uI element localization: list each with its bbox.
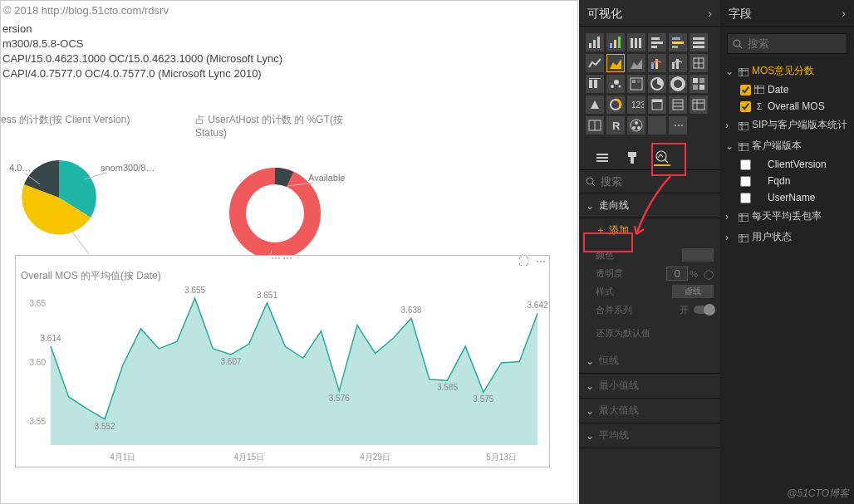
panel-header[interactable]: 字段 › bbox=[720, 0, 854, 27]
field-Overall MOS[interactable]: ΣOverall MOS bbox=[720, 98, 854, 115]
line-svg: 3.553.603.654月1日4月15日4月29日5月13日3.6143.55… bbox=[16, 284, 551, 467]
viz-type-9[interactable] bbox=[648, 54, 666, 72]
viz-type-2[interactable] bbox=[627, 33, 645, 51]
chevron-right-icon[interactable]: › bbox=[708, 0, 712, 27]
style-select[interactable]: 虚线 bbox=[672, 285, 714, 298]
field-label: Date bbox=[768, 84, 788, 95]
section-avg-line[interactable]: ⌄平均线 bbox=[579, 423, 720, 448]
section-constant-line[interactable]: ⌄恒线 bbox=[579, 349, 720, 374]
more-options-icon[interactable]: ⋯ bbox=[536, 256, 546, 267]
client-version-text: ersion m300/8.5.8-OCS CAPI/15.0.4623.100… bbox=[2, 22, 282, 81]
add-trend-line-button[interactable]: ＋添加 bbox=[579, 218, 645, 242]
field-checkbox[interactable] bbox=[740, 85, 751, 95]
viz-type-17[interactable] bbox=[690, 75, 708, 93]
field-label: UserName bbox=[768, 192, 815, 203]
table-name: 客户端版本 bbox=[752, 139, 802, 153]
viz-type-20[interactable]: 123 bbox=[627, 95, 645, 114]
field-checkbox[interactable] bbox=[740, 159, 751, 170]
field-UserName[interactable]: UserName bbox=[720, 189, 854, 206]
search-input[interactable] bbox=[601, 175, 684, 188]
svg-rect-75 bbox=[693, 100, 704, 110]
field-ClientVersion[interactable]: ClientVersion bbox=[720, 156, 854, 173]
svg-text:4月15日: 4月15日 bbox=[233, 453, 264, 462]
radio-icon[interactable]: ◯ bbox=[704, 269, 714, 279]
viz-type-8[interactable] bbox=[627, 54, 645, 72]
field-table-每天平均丢包率[interactable]: ›每天平均丢包率 bbox=[720, 206, 854, 227]
viz-type-24[interactable] bbox=[586, 116, 604, 135]
svg-text:3.607: 3.607 bbox=[221, 357, 242, 366]
viz-type-25[interactable]: R bbox=[606, 116, 625, 135]
donut-chart-status[interactable]: 占 UserAtHost 的计数 的 %GT(按 Status) Availab… bbox=[192, 113, 375, 276]
field-checkbox[interactable] bbox=[740, 176, 751, 187]
opt-color-label: 颜色 bbox=[596, 249, 614, 262]
viz-tabs bbox=[579, 141, 720, 169]
field-table-客户端版本[interactable]: ⌄客户端版本 bbox=[720, 135, 854, 156]
viz-type-4[interactable] bbox=[669, 33, 687, 51]
viz-type-16[interactable] bbox=[669, 75, 687, 93]
field-checkbox[interactable] bbox=[740, 101, 751, 112]
viz-type-0[interactable] bbox=[586, 33, 604, 51]
viz-type-10[interactable] bbox=[669, 54, 687, 72]
viz-type-21[interactable] bbox=[648, 95, 666, 114]
section-min-line[interactable]: ⌄最小值线 bbox=[579, 374, 720, 399]
search-icon bbox=[586, 177, 596, 187]
svg-rect-30 bbox=[597, 37, 600, 48]
viz-type-12[interactable] bbox=[586, 75, 604, 93]
opt-style-label: 样式 bbox=[596, 286, 614, 298]
section-max-line[interactable]: ⌄最大值线 bbox=[579, 399, 720, 423]
viz-type-13[interactable] bbox=[606, 75, 625, 93]
panel-header[interactable]: 可视化 › bbox=[579, 0, 720, 27]
viz-type-11[interactable] bbox=[690, 54, 708, 72]
svg-rect-61 bbox=[637, 80, 640, 83]
viz-type-7[interactable] bbox=[606, 54, 625, 72]
viz-type-19[interactable] bbox=[606, 95, 625, 114]
field-Date[interactable]: Date bbox=[720, 81, 854, 98]
viz-type-18[interactable] bbox=[586, 95, 604, 114]
reset-defaults-link[interactable]: 还原为默认值 bbox=[596, 327, 650, 340]
viz-type-5[interactable] bbox=[690, 33, 708, 51]
focus-mode-icon[interactable]: ⛶ bbox=[518, 256, 528, 267]
svg-rect-34 bbox=[631, 38, 633, 48]
svg-rect-86 bbox=[596, 154, 608, 155]
viz-search[interactable] bbox=[579, 169, 720, 193]
viz-type-1[interactable] bbox=[606, 33, 625, 51]
chevron-right-icon[interactable]: › bbox=[842, 0, 846, 27]
line-chart-panel[interactable]: ⋯⋯ ⛶ ⋯ Overall MOS 的平均值(按 Date) 3.553.60… bbox=[15, 255, 550, 467]
analytics-tab-icon[interactable] bbox=[654, 149, 670, 166]
drag-handle-icon[interactable]: ⋯⋯ bbox=[16, 252, 549, 264]
viz-type-28[interactable]: ⋯ bbox=[669, 116, 687, 135]
color-swatch[interactable] bbox=[682, 248, 714, 262]
viz-type-27[interactable] bbox=[648, 116, 666, 135]
field-Fqdn[interactable]: Fqdn bbox=[720, 173, 854, 189]
opacity-input[interactable] bbox=[666, 267, 688, 281]
field-table-SIP与客户端版本统计[interactable]: ›SIP与客户端版本统计 bbox=[720, 115, 854, 135]
field-type-icon bbox=[754, 86, 764, 94]
svg-rect-90 bbox=[631, 157, 634, 164]
fields-search[interactable] bbox=[727, 33, 847, 54]
field-table-用户状态[interactable]: ›用户状态 bbox=[720, 227, 854, 247]
svg-point-83 bbox=[632, 126, 636, 130]
field-table-MOS意见分数[interactable]: ⌄MOS意见分数 bbox=[720, 61, 854, 81]
svg-rect-43 bbox=[693, 37, 704, 40]
table-name: 用户状态 bbox=[752, 230, 792, 244]
viz-type-6[interactable] bbox=[586, 54, 604, 72]
pie-chart-client-version[interactable]: ess 的计数(按 Client Version) 4.0… snom300/8… bbox=[1, 113, 184, 264]
format-tab-icon[interactable] bbox=[624, 149, 640, 166]
viz-type-14[interactable] bbox=[627, 75, 645, 93]
table-name: SIP与客户端版本统计 bbox=[752, 118, 847, 132]
svg-rect-103 bbox=[739, 122, 748, 130]
svg-text:3.60: 3.60 bbox=[30, 358, 47, 367]
chart-action-bar: ⛶ ⋯ bbox=[518, 256, 546, 267]
fields-tab-icon[interactable] bbox=[594, 149, 611, 166]
field-checkbox[interactable] bbox=[740, 193, 751, 203]
toggle-switch[interactable] bbox=[694, 306, 714, 314]
viz-type-23[interactable] bbox=[690, 95, 708, 114]
caret-down-icon: ⌄ bbox=[586, 380, 594, 392]
section-trend-line[interactable]: ⌄走向线 bbox=[579, 193, 720, 218]
search-input[interactable] bbox=[748, 37, 831, 50]
viz-type-3[interactable] bbox=[648, 33, 666, 51]
viz-type-15[interactable] bbox=[648, 75, 666, 93]
svg-text:3.585: 3.585 bbox=[437, 383, 458, 392]
viz-type-22[interactable] bbox=[669, 95, 687, 114]
viz-type-26[interactable] bbox=[627, 116, 645, 135]
